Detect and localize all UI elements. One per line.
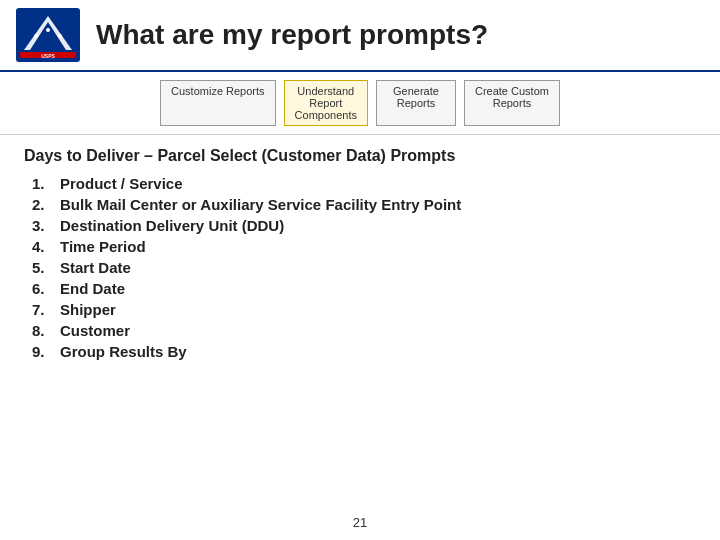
usps-logo: USPS [16,8,80,62]
prompts-list: 1. Product / Service 2. Bulk Mail Center… [24,175,696,360]
list-number: 8. [32,322,60,339]
list-text: End Date [60,280,125,297]
nav-generate-reports[interactable]: GenerateReports [376,80,456,126]
main-content: Days to Deliver – Parcel Select (Custome… [0,135,720,372]
list-number: 2. [32,196,60,213]
list-item: 4. Time Period [32,238,696,255]
list-number: 6. [32,280,60,297]
list-item: 8. Customer [32,322,696,339]
list-number: 7. [32,301,60,318]
list-text: Product / Service [60,175,183,192]
list-number: 3. [32,217,60,234]
list-text: Bulk Mail Center or Auxiliary Service Fa… [60,196,461,213]
list-number: 5. [32,259,60,276]
list-item: 7. Shipper [32,301,696,318]
nav-bar: Customize Reports UnderstandReportCompon… [0,72,720,135]
section-subtitle: Days to Deliver – Parcel Select (Custome… [24,147,696,165]
list-text: Shipper [60,301,116,318]
footer: 21 [0,515,720,530]
list-text: Group Results By [60,343,187,360]
svg-point-5 [58,34,62,38]
list-number: 9. [32,343,60,360]
list-item: 3. Destination Delivery Unit (DDU) [32,217,696,234]
nav-understand-report-components[interactable]: UnderstandReportComponents [284,80,368,126]
list-text: Destination Delivery Unit (DDU) [60,217,284,234]
svg-point-4 [46,28,50,32]
nav-customize-reports[interactable]: Customize Reports [160,80,276,126]
page-number: 21 [353,515,367,530]
list-number: 4. [32,238,60,255]
list-item: 9. Group Results By [32,343,696,360]
page-title: What are my report prompts? [96,19,488,51]
list-text: Time Period [60,238,146,255]
svg-text:USPS: USPS [41,53,55,59]
list-text: Start Date [60,259,131,276]
nav-create-custom-reports[interactable]: Create CustomReports [464,80,560,126]
list-text: Customer [60,322,130,339]
svg-point-3 [34,34,38,38]
list-item: 5. Start Date [32,259,696,276]
header: USPS What are my report prompts? [0,0,720,72]
list-item: 2. Bulk Mail Center or Auxiliary Service… [32,196,696,213]
list-number: 1. [32,175,60,192]
list-item: 1. Product / Service [32,175,696,192]
list-item: 6. End Date [32,280,696,297]
